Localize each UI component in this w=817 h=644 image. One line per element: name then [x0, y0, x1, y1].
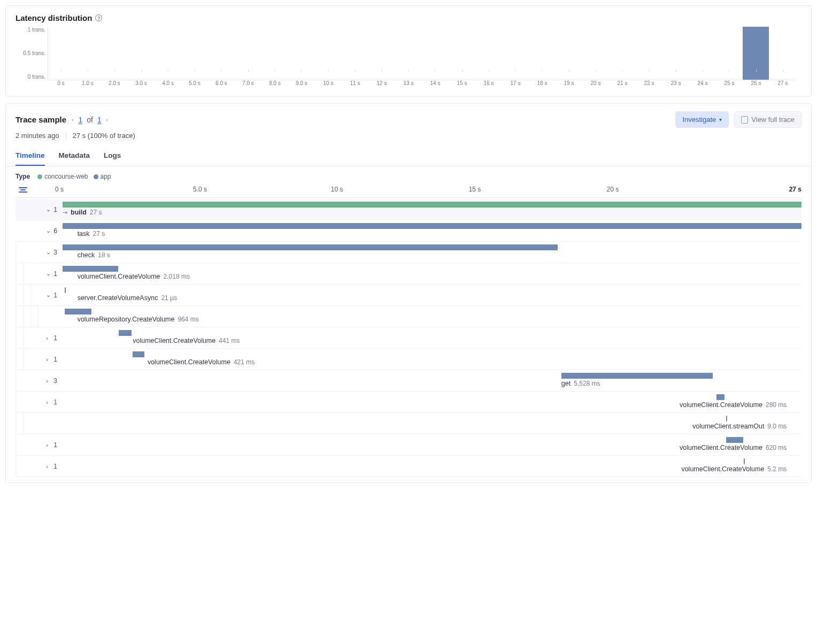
- span-row[interactable]: ⌄1 volumeClient.CreateVolume 2,018 ms: [16, 263, 801, 285]
- xtick: 7.0 s: [235, 80, 261, 91]
- trace-header: Trace sample ‹ 1 of 1 › Investigate ▾ Vi…: [16, 111, 801, 128]
- timeline-axis: 0 s 5.0 s 10 s 15 s 20 s 27 s: [16, 186, 801, 198]
- xtick: 17 s: [502, 80, 529, 91]
- span-row[interactable]: ›1 volumeClient.CreateVolume 5.2 ms: [16, 456, 801, 477]
- ytick: 0 trans.: [16, 74, 45, 80]
- chevron-down-icon[interactable]: ⌄: [46, 206, 51, 213]
- span-bar[interactable]: [63, 202, 801, 208]
- row-gutter: ⌄1: [16, 263, 63, 284]
- row-track: volumeClient.CreateVolume 620 ms: [63, 434, 801, 455]
- chevron-right-icon[interactable]: ›: [46, 399, 51, 405]
- row-track: volumeClient.streamOut 9.0 ms: [63, 413, 801, 434]
- child-count: 1: [53, 292, 57, 299]
- span-bar[interactable]: [726, 437, 743, 443]
- span-name: task: [78, 230, 90, 237]
- row-gutter: ›1: [16, 392, 63, 412]
- xtick: 15 s: [449, 80, 475, 91]
- span-name: volumeClient.CreateVolume: [680, 401, 762, 409]
- chevron-down-icon[interactable]: ⌄: [46, 270, 51, 277]
- filter-icon[interactable]: [19, 187, 27, 193]
- investigate-button[interactable]: Investigate ▾: [675, 111, 729, 128]
- axis-ticks: 0 s 5.0 s 10 s 15 s 20 s 27 s: [56, 186, 801, 194]
- span-bar[interactable]: [716, 394, 724, 400]
- tab-logs[interactable]: Logs: [104, 147, 121, 166]
- chevron-down-icon[interactable]: ⌄: [46, 249, 51, 256]
- child-count: 1: [53, 441, 57, 449]
- trace-duration-summary: 27 s (100% of trace): [73, 132, 135, 140]
- span-duration: 2,018 ms: [164, 273, 190, 280]
- chevron-right-icon[interactable]: ›: [46, 356, 51, 363]
- pager-current[interactable]: 1: [78, 116, 82, 124]
- span-duration: 5,528 ms: [574, 380, 600, 387]
- help-icon[interactable]: ?: [95, 14, 102, 21]
- span-row-check[interactable]: ⌄3 check 18 s: [16, 242, 801, 263]
- span-name: volumeClient.CreateVolume: [133, 337, 215, 344]
- span-row[interactable]: ›1 volumeClient.CreateVolume 421 ms: [16, 349, 801, 370]
- pager-next-icon[interactable]: ›: [106, 116, 108, 124]
- span-row[interactable]: ›1 volumeClient.CreateVolume 280 ms: [16, 392, 801, 413]
- span-row-task[interactable]: ⌄6 task 27 s: [16, 220, 801, 242]
- latency-bar-26s[interactable]: [743, 27, 769, 80]
- span-row[interactable]: volumeRepository.CreateVolume 964 ms: [16, 306, 801, 327]
- span-label: volumeClient.CreateVolume 5.2 ms: [681, 465, 787, 473]
- chevron-down-icon[interactable]: ⌄: [46, 227, 51, 234]
- chevron-right-icon[interactable]: ›: [46, 378, 51, 384]
- ytick: 0.5 trans.: [16, 50, 45, 57]
- span-duration: 27 s: [90, 209, 102, 216]
- span-bar[interactable]: [119, 330, 131, 336]
- span-label: server.CreateVolumeAsync 21 µs: [78, 294, 177, 302]
- row-gutter: ⌄1: [16, 199, 63, 220]
- type-legend: Type concourse-web app: [16, 166, 801, 186]
- xtick: 27 s: [769, 80, 796, 91]
- axis-tick: 20 s: [607, 186, 619, 193]
- chevron-right-icon[interactable]: ›: [46, 335, 51, 341]
- legend-item[interactable]: app: [94, 173, 111, 180]
- span-row[interactable]: volumeClient.streamOut 9.0 ms: [16, 413, 801, 434]
- span-bar[interactable]: [65, 287, 66, 293]
- span-row[interactable]: ⌄1 server.CreateVolumeAsync 21 µs: [16, 285, 801, 306]
- row-track: volumeRepository.CreateVolume 964 ms: [63, 306, 801, 327]
- span-bar[interactable]: [726, 416, 727, 421]
- pager-total[interactable]: 1: [97, 116, 102, 124]
- tab-metadata[interactable]: Metadata: [59, 147, 90, 166]
- latency-distribution-panel: Latency distribution ? 1 trans. 0.5 tran…: [5, 5, 812, 97]
- span-label: ⇥ build 27 s: [63, 209, 102, 216]
- xtick: 21 s: [609, 80, 636, 91]
- x-axis-ticks: 0 s1.0 s2.0 s3.0 s4.0 s5.0 s6.0 s7.0 s8.…: [48, 80, 796, 91]
- investigate-label: Investigate: [682, 116, 716, 124]
- span-label: check 18 s: [78, 251, 110, 259]
- span-bar[interactable]: [63, 266, 118, 272]
- chevron-down-icon[interactable]: ⌄: [46, 292, 51, 298]
- span-row[interactable]: ›1 volumeClient.CreateVolume 441 ms: [16, 327, 801, 349]
- span-label: volumeClient.CreateVolume 280 ms: [680, 401, 787, 409]
- tab-timeline[interactable]: Timeline: [16, 147, 45, 166]
- span-row-get[interactable]: ›3 get 5,528 ms: [16, 370, 801, 392]
- span-bar[interactable]: [63, 244, 558, 250]
- xtick: 3.0 s: [128, 80, 155, 91]
- child-count: 6: [53, 227, 57, 235]
- span-label: volumeClient.streamOut 9.0 ms: [692, 423, 787, 430]
- latency-title: Latency distribution: [16, 13, 92, 22]
- span-bar[interactable]: [63, 223, 801, 229]
- span-bar[interactable]: [561, 373, 713, 379]
- pager-prev-icon[interactable]: ‹: [72, 116, 74, 124]
- view-full-trace-button[interactable]: View full trace: [734, 111, 801, 128]
- span-bar[interactable]: [744, 458, 745, 464]
- span-bar[interactable]: [133, 351, 144, 357]
- chevron-right-icon[interactable]: ›: [46, 463, 51, 470]
- span-bar[interactable]: [65, 309, 91, 315]
- legend-label: concourse-web: [44, 173, 88, 180]
- child-count: 1: [53, 398, 57, 406]
- span-name: build: [71, 209, 87, 216]
- xtick: 5.0 s: [181, 80, 208, 91]
- child-count: 3: [53, 377, 57, 385]
- xtick: 6.0 s: [208, 80, 235, 91]
- span-row-build[interactable]: ⌄1 ⇥ build 27 s: [16, 199, 801, 220]
- plot-area: [48, 27, 796, 80]
- legend-item[interactable]: concourse-web: [37, 173, 88, 180]
- row-gutter: ›1: [16, 349, 63, 370]
- waterfall-rows: ⌄1 ⇥ build 27 s ⌄6 task 27 s: [16, 199, 801, 477]
- legend-label: app: [101, 173, 111, 180]
- span-row[interactable]: ›1 volumeClient.CreateVolume 620 ms: [16, 434, 801, 456]
- chevron-right-icon[interactable]: ›: [46, 442, 51, 448]
